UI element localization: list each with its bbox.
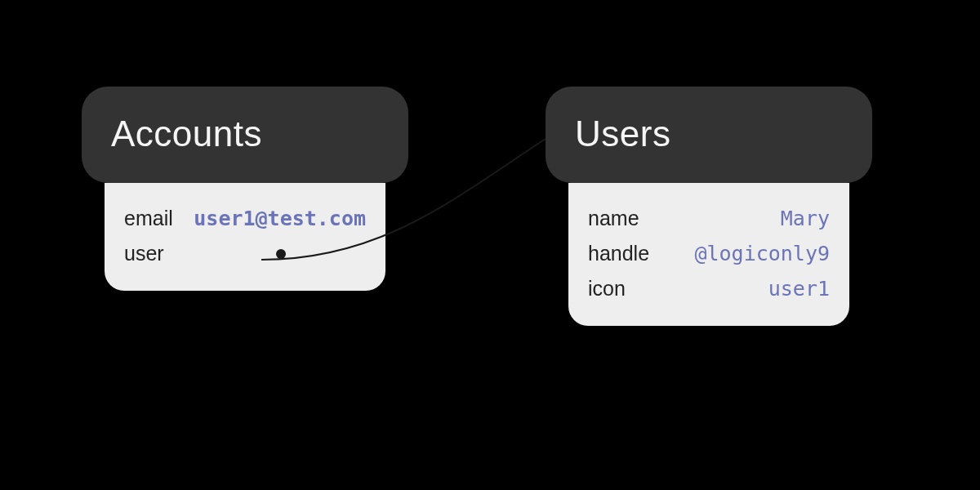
table-row: name Mary [588,201,830,236]
diagram-canvas: Accounts email user1@test.com user Users… [0,0,980,490]
reference-anchor [164,249,366,259]
card-users-body: name Mary handle @logiconly9 icon user1 [568,183,849,326]
card-accounts: Accounts email user1@test.com user [82,87,408,291]
field-key-user: user [124,242,164,265]
card-users-header: Users [546,87,872,183]
field-val-email: user1@test.com [194,207,366,230]
table-row: handle @logiconly9 [588,236,830,271]
card-accounts-body: email user1@test.com user [105,183,385,291]
card-users: Users name Mary handle @logiconly9 icon … [546,87,872,326]
card-accounts-title: Accounts [111,114,262,154]
card-accounts-header: Accounts [82,87,408,183]
field-key-handle: handle [588,242,649,265]
reference-dot-icon [276,249,286,259]
field-val-name: Mary [781,207,830,230]
field-val-handle: @logiconly9 [694,242,830,265]
field-val-icon: user1 [768,277,830,301]
table-row: email user1@test.com [124,201,366,236]
field-key-email: email [124,207,173,230]
table-row: user [124,236,366,271]
field-key-name: name [588,207,639,230]
field-key-icon: icon [588,277,626,301]
card-users-title: Users [575,114,670,154]
table-row: icon user1 [588,271,830,306]
